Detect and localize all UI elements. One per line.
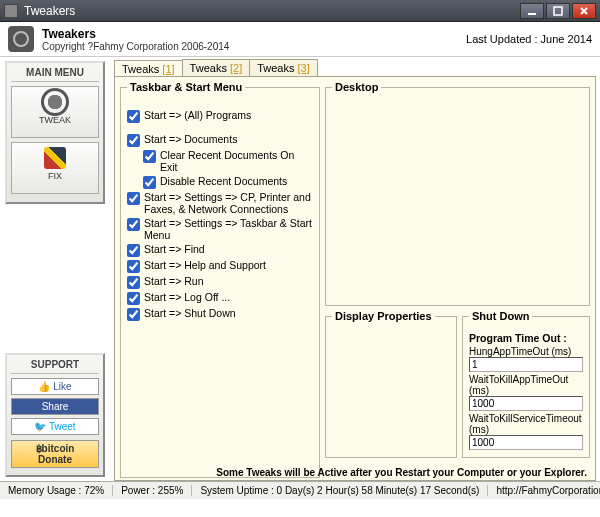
close-button[interactable] (572, 3, 596, 19)
status-uptime: System Uptime : 0 Day(s) 2 Hour(s) 58 Mi… (192, 485, 488, 496)
sidebar: MAIN MENU TWEAK FIX SUPPORT 👍 Like Share… (0, 57, 110, 481)
waitsvc-input[interactable] (469, 435, 583, 450)
tabs: Tweaks [1] Tweaks [2] Tweaks [3] (114, 59, 596, 76)
tweak-button[interactable]: TWEAK (11, 86, 99, 138)
status-bar: Memory Usage : 72% Power : 255% System U… (0, 481, 600, 499)
status-memory: Memory Usage : 72% (0, 485, 113, 496)
cb-all-programs[interactable]: Start => (All) Programs (127, 109, 313, 123)
status-power: Power : 255% (113, 485, 192, 496)
cb-settings-taskbar[interactable]: Start => Settings => Taskbar & Start Men… (127, 217, 313, 241)
group-shutdown: Shut Down Program Time Out : HungAppTime… (462, 310, 590, 458)
group-taskbar-startmenu: Taskbar & Start Menu Start => (All) Prog… (120, 81, 320, 478)
cb-clear-recent[interactable]: Clear Recent Documents On Exit (143, 149, 313, 173)
gear-icon (44, 91, 66, 113)
app-icon (4, 4, 18, 18)
cb-logoff[interactable]: Start => Log Off ... (127, 291, 313, 305)
waitkill-input[interactable] (469, 396, 583, 411)
cb-settings-cp[interactable]: Start => Settings => CP, Printer and Fax… (127, 191, 313, 215)
waitsvc-label: WaitToKillServiceTimeout (ms) (469, 413, 583, 435)
hung-input[interactable] (469, 357, 583, 372)
donate-button[interactable]: ฿bitcoinDonate (11, 440, 99, 468)
cb-documents[interactable]: Start => Documents (127, 133, 313, 147)
tweet-button[interactable]: 🐦 Tweet (11, 418, 99, 435)
group-desktop-title: Desktop (332, 81, 381, 93)
app-header: Tweakers Copyright ?Fahmy Corporation 20… (0, 22, 600, 57)
tab-tweaks-3[interactable]: Tweaks [3] (249, 59, 318, 76)
cb-run[interactable]: Start => Run (127, 275, 313, 289)
shutdown-heading: Program Time Out : (469, 332, 583, 344)
status-url[interactable]: http://FahmyCorporation.com (488, 485, 600, 496)
window-title: Tweakers (24, 4, 518, 18)
support-title: SUPPORT (11, 359, 99, 374)
share-button[interactable]: Share (11, 398, 99, 415)
fix-button[interactable]: FIX (11, 142, 99, 194)
tab-tweaks-2[interactable]: Tweaks [2] (182, 59, 251, 76)
fix-button-label: FIX (48, 171, 62, 181)
group-shutdown-title: Shut Down (469, 310, 532, 322)
app-copyright: Copyright ?Fahmy Corporation 2006-2014 (42, 41, 229, 52)
last-updated: Last Updated : June 2014 (466, 33, 592, 45)
cb-shutdown[interactable]: Start => Shut Down (127, 307, 313, 321)
cb-find[interactable]: Start => Find (127, 243, 313, 257)
group-desktop: Desktop (325, 81, 590, 306)
tab-body: Taskbar & Start Menu Start => (All) Prog… (114, 76, 596, 481)
group-taskbar-title: Taskbar & Start Menu (127, 81, 245, 93)
group-display-title: Display Properties (332, 310, 435, 322)
window-titlebar: Tweakers (0, 0, 600, 22)
support-panel: SUPPORT 👍 Like Share 🐦 Tweet ฿bitcoinDon… (5, 353, 105, 477)
like-button[interactable]: 👍 Like (11, 378, 99, 395)
cb-help[interactable]: Start => Help and Support (127, 259, 313, 273)
gear-logo-icon (8, 26, 34, 52)
tab-tweaks-1[interactable]: Tweaks [1] (114, 60, 183, 77)
group-display-properties: Display Properties (325, 310, 457, 458)
cb-disable-recent[interactable]: Disable Recent Documents (143, 175, 313, 189)
main-menu-title: MAIN MENU (11, 67, 99, 82)
app-name: Tweakers (42, 27, 229, 41)
tweak-button-label: TWEAK (39, 115, 71, 125)
waitkill-label: WaitToKillAppTimeOut (ms) (469, 374, 583, 396)
minimize-button[interactable] (520, 3, 544, 19)
main-menu-panel: MAIN MENU TWEAK FIX (5, 61, 105, 204)
tools-icon (44, 147, 66, 169)
restart-note: Some Tweaks will be Active after you Res… (216, 467, 587, 478)
svg-rect-0 (554, 7, 562, 15)
maximize-button[interactable] (546, 3, 570, 19)
hung-label: HungAppTimeOut (ms) (469, 346, 583, 357)
main-area: Tweaks [1] Tweaks [2] Tweaks [3] Taskbar… (110, 57, 600, 481)
